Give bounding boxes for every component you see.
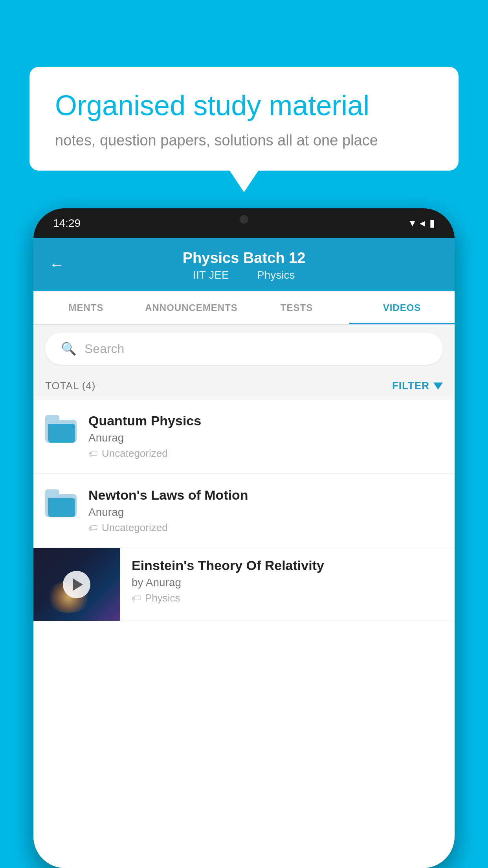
- camera: [240, 215, 248, 224]
- filter-row: TOTAL (4) FILTER: [33, 373, 455, 399]
- item-content: Newton's Laws of Motion Anurag 🏷 Uncateg…: [88, 487, 443, 534]
- item-author: Anurag: [88, 506, 443, 519]
- phone-notch: [213, 208, 275, 230]
- play-button[interactable]: [63, 571, 90, 598]
- tab-videos[interactable]: VIDEOS: [349, 291, 455, 324]
- battery-icon: ▮: [429, 217, 435, 229]
- item-tag: 🏷 Uncategorized: [88, 522, 443, 534]
- filter-icon: [433, 383, 443, 390]
- back-button[interactable]: ←: [49, 256, 64, 273]
- bubble-title: Organised study material: [55, 88, 433, 122]
- item-content: Einstein's Theory Of Relativity by Anura…: [132, 548, 455, 612]
- tag-icon: 🏷: [132, 593, 141, 604]
- list-item[interactable]: Einstein's Theory Of Relativity by Anura…: [33, 548, 455, 621]
- tag-label: Uncategorized: [102, 447, 168, 460]
- play-icon: [73, 578, 83, 591]
- app-header: ← Physics Batch 12 IIT JEE Physics: [33, 238, 455, 291]
- tag-icon: 🏷: [88, 448, 98, 459]
- header-subtitle-sep: [242, 269, 248, 281]
- filter-label: FILTER: [392, 380, 429, 392]
- phone-frame: 14:29 ▾ ◂ ▮ ← Physics Batch 12 IIT JEE P…: [33, 208, 455, 868]
- tag-label: Physics: [145, 592, 180, 604]
- search-placeholder: Search: [84, 342, 124, 356]
- total-count: TOTAL (4): [45, 380, 95, 392]
- item-title: Einstein's Theory Of Relativity: [132, 558, 445, 573]
- item-content: Quantum Physics Anurag 🏷 Uncategorized: [88, 413, 443, 460]
- status-icons: ▾ ◂ ▮: [410, 217, 435, 229]
- wifi-icon: ▾: [410, 217, 415, 229]
- status-time: 14:29: [53, 217, 81, 230]
- filter-button[interactable]: FILTER: [392, 380, 443, 392]
- list-item[interactable]: Newton's Laws of Motion Anurag 🏷 Uncateg…: [33, 474, 455, 548]
- header-subtitle-physics: Physics: [257, 269, 295, 281]
- search-bar-container: 🔍 Search: [33, 325, 455, 373]
- tab-ments[interactable]: MENTS: [33, 291, 139, 324]
- item-title: Newton's Laws of Motion: [88, 487, 443, 503]
- tag-icon: 🏷: [88, 522, 98, 533]
- status-bar: 14:29 ▾ ◂ ▮: [33, 208, 455, 238]
- list-item[interactable]: Quantum Physics Anurag 🏷 Uncategorized: [33, 399, 455, 474]
- speech-bubble: Organised study material notes, question…: [29, 67, 459, 171]
- item-author: by Anurag: [132, 576, 445, 589]
- item-tag: 🏷 Uncategorized: [88, 447, 443, 460]
- search-icon: 🔍: [61, 341, 77, 356]
- tabs-bar: MENTS ANNOUNCEMENTS TESTS VIDEOS: [33, 291, 455, 325]
- folder-icon: [45, 415, 77, 443]
- item-tag: 🏷 Physics: [132, 592, 445, 604]
- signal-icon: ◂: [420, 217, 425, 229]
- tab-announcements[interactable]: ANNOUNCEMENTS: [139, 291, 244, 324]
- search-input[interactable]: 🔍 Search: [45, 333, 443, 365]
- tab-tests[interactable]: TESTS: [244, 291, 349, 324]
- folder-icon: [45, 489, 77, 517]
- phone-screen: ← Physics Batch 12 IIT JEE Physics MENTS…: [33, 238, 455, 868]
- header-subtitle-iitjee: IIT JEE: [193, 269, 229, 281]
- item-thumbnail: [33, 548, 120, 621]
- item-title: Quantum Physics: [88, 413, 443, 428]
- header-subtitle: IIT JEE Physics: [49, 269, 439, 281]
- tag-label: Uncategorized: [102, 522, 168, 534]
- page-title: Physics Batch 12: [49, 250, 439, 267]
- item-author: Anurag: [88, 432, 443, 444]
- bubble-subtitle: notes, question papers, solutions all at…: [55, 132, 433, 149]
